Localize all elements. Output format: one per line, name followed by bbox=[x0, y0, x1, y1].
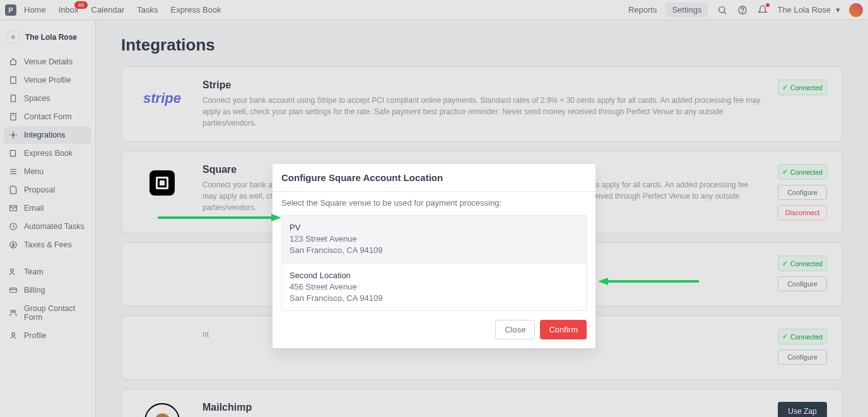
location-address-1: 456 Street Avenue bbox=[290, 281, 578, 293]
location-name: PV bbox=[290, 222, 578, 233]
configure-modal: Configure Square Account Location Select… bbox=[273, 164, 595, 348]
location-address-2: San Francisco, CA 94109 bbox=[290, 245, 578, 256]
location-address-2: San Francisco, CA 94109 bbox=[290, 293, 578, 304]
modal-backdrop[interactable]: Configure Square Account Location Select… bbox=[0, 0, 868, 417]
close-button[interactable]: Close bbox=[495, 320, 535, 339]
location-option-pv[interactable]: PV123 Street AvenueSan Francisco, CA 941… bbox=[281, 215, 587, 264]
location-name: Second Location bbox=[290, 270, 578, 281]
confirm-button[interactable]: Confirm bbox=[540, 320, 587, 339]
modal-subtitle: Select the Square venue to be used for p… bbox=[281, 198, 587, 208]
modal-title: Configure Square Account Location bbox=[273, 164, 595, 192]
location-address-1: 123 Street Avenue bbox=[290, 233, 578, 245]
location-option-second-location[interactable]: Second Location456 Street AvenueSan Fran… bbox=[281, 264, 587, 312]
